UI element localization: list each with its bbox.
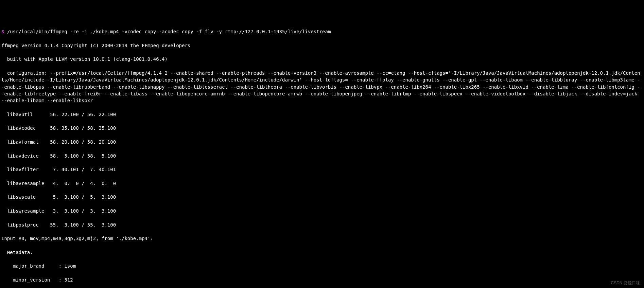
input-header: Input #0, mov,mp4,m4a,3gp,3g2,mj2, from …	[1, 235, 643, 242]
lib-line: libavutil 56. 22.100 / 56. 22.100	[1, 111, 643, 118]
lib-line: libavcodec 58. 35.100 / 58. 35.100	[1, 125, 643, 131]
lib-line: libavresample 4. 0. 0 / 4. 0. 0	[1, 180, 643, 187]
configuration-line: configuration: --prefix=/usr/local/Cella…	[1, 70, 643, 104]
command-line: $ /usr/local/bin/ffmpeg -re -i ./kobe.mp…	[1, 28, 643, 35]
version-line: ffmpeg version 4.1.4 Copyright (c) 2000-…	[1, 42, 643, 49]
watermark-text: CSDN @轻口味	[611, 280, 640, 286]
prompt-symbol: $	[1, 29, 4, 34]
lib-line: libavformat 58. 20.100 / 58. 20.100	[1, 139, 643, 145]
lib-line: libavfilter 7. 40.101 / 7. 40.101	[1, 166, 643, 173]
lib-line: libswscale 5. 3.100 / 5. 3.100	[1, 194, 643, 200]
metadata-line: minor_version : 512	[1, 276, 643, 283]
lib-line: libswresample 3. 3.100 / 3. 3.100	[1, 208, 643, 214]
lib-line: libavdevice 58. 5.100 / 58. 5.100	[1, 152, 643, 159]
metadata-line: major_brand : isom	[1, 263, 643, 269]
lib-line: libpostproc 55. 3.100 / 55. 3.100	[1, 221, 643, 228]
metadata-label: Metadata:	[1, 249, 643, 256]
command-text: /usr/local/bin/ffmpeg -re -i ./kobe.mp4 …	[7, 29, 331, 34]
built-with-line: built with Apple LLVM version 10.0.1 (cl…	[1, 56, 643, 62]
